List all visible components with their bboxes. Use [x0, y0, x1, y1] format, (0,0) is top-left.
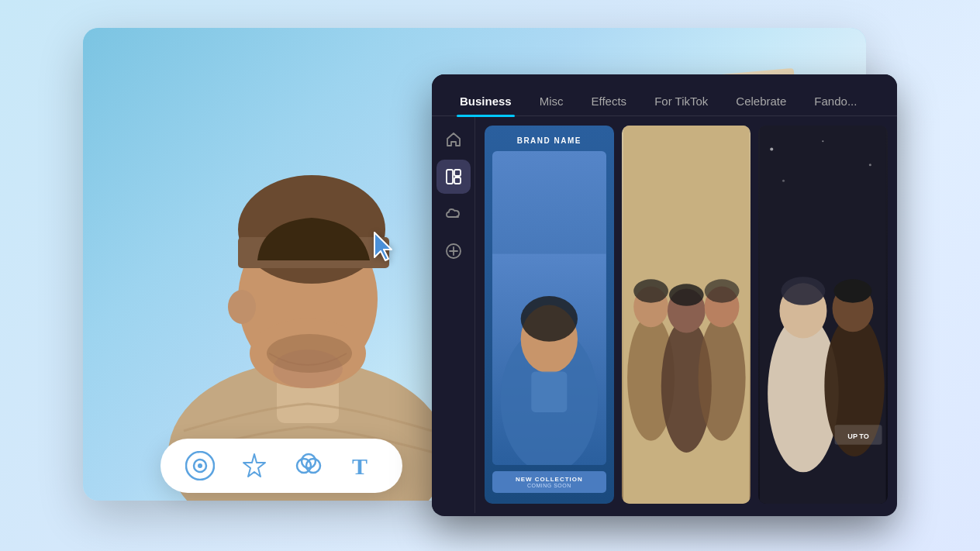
- template-card-2[interactable]: [622, 126, 751, 504]
- add-sidebar-btn[interactable]: [437, 234, 471, 268]
- svg-rect-18: [454, 177, 461, 184]
- star-effects-icon[interactable]: [240, 451, 269, 480]
- template-1-cta: NEW COLLECTION: [500, 476, 599, 483]
- panel-sidebar: [432, 116, 475, 513]
- home-sidebar-btn[interactable]: [437, 122, 471, 157]
- svg-point-42: [771, 147, 774, 150]
- main-container: T Business Misc Effects For TikTok Celeb…: [83, 28, 897, 524]
- svg-point-45: [782, 179, 785, 181]
- svg-point-43: [869, 164, 871, 166]
- cloud-sidebar-btn[interactable]: [437, 197, 471, 231]
- svg-point-8: [267, 334, 352, 373]
- tab-celebrate[interactable]: Celebrate: [723, 87, 799, 115]
- tab-fandom[interactable]: Fando...: [802, 87, 869, 115]
- svg-point-5: [228, 290, 256, 324]
- svg-point-24: [521, 296, 578, 342]
- svg-point-41: [834, 279, 872, 303]
- panel-body: BRAND NAME: [432, 116, 897, 513]
- adjust-tool-icon[interactable]: [294, 451, 323, 480]
- svg-point-34: [704, 279, 739, 303]
- templates-grid: BRAND NAME: [475, 116, 897, 513]
- svg-text:UP TO: UP TO: [848, 432, 870, 439]
- bottom-toolbar: T: [160, 439, 402, 493]
- template-1-sub: COMING SOON: [500, 483, 599, 488]
- template-1-brand: BRAND NAME: [517, 136, 581, 145]
- svg-rect-23: [531, 371, 567, 412]
- tab-for-tiktok[interactable]: For TikTok: [642, 87, 720, 115]
- tab-misc[interactable]: Misc: [527, 87, 576, 115]
- tab-business[interactable]: Business: [447, 87, 524, 115]
- svg-point-28: [633, 279, 668, 303]
- templates-panel: Business Misc Effects For TikTok Celebra…: [432, 74, 897, 516]
- svg-point-32: [698, 315, 745, 441]
- template-card-1[interactable]: BRAND NAME: [485, 126, 614, 504]
- template-card-3[interactable]: UP TO: [758, 126, 888, 504]
- svg-point-44: [823, 140, 824, 142]
- svg-point-11: [198, 463, 202, 468]
- tab-effects[interactable]: Effects: [579, 87, 640, 115]
- svg-text:T: T: [352, 453, 368, 479]
- svg-rect-16: [447, 170, 453, 184]
- templates-sidebar-btn[interactable]: [437, 160, 471, 194]
- music-tool-icon[interactable]: [185, 451, 215, 480]
- svg-point-31: [669, 284, 704, 305]
- svg-rect-17: [454, 170, 461, 176]
- mouse-cursor: [370, 229, 401, 260]
- panel-tab-bar: Business Misc Effects For TikTok Celebra…: [432, 74, 897, 115]
- svg-point-38: [782, 277, 826, 305]
- text-tool-icon[interactable]: T: [348, 451, 378, 480]
